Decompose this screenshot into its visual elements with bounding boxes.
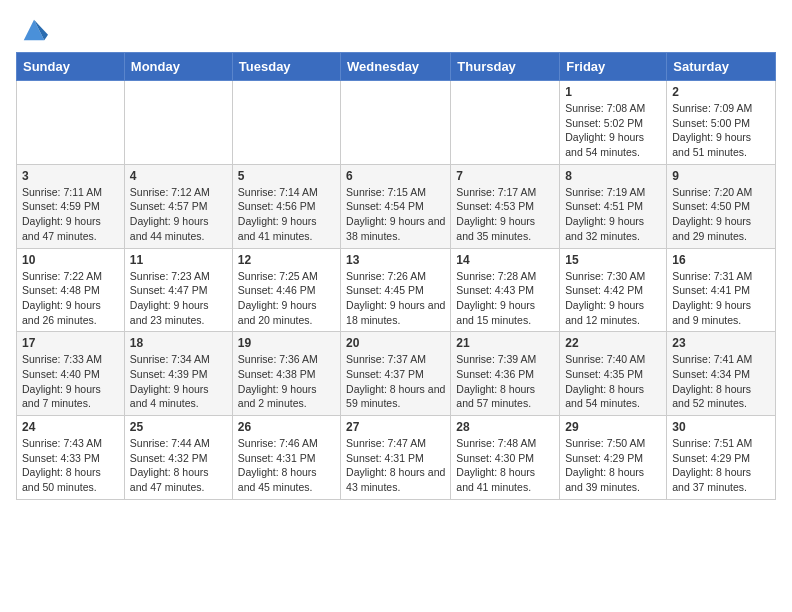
day-number: 8 bbox=[565, 169, 661, 183]
day-number: 6 bbox=[346, 169, 445, 183]
calendar-cell: 6Sunrise: 7:15 AMSunset: 4:54 PMDaylight… bbox=[341, 164, 451, 248]
day-number: 19 bbox=[238, 336, 335, 350]
day-info: Sunrise: 7:30 AMSunset: 4:42 PMDaylight:… bbox=[565, 269, 661, 328]
day-info: Sunrise: 7:09 AMSunset: 5:00 PMDaylight:… bbox=[672, 101, 770, 160]
day-info: Sunrise: 7:25 AMSunset: 4:46 PMDaylight:… bbox=[238, 269, 335, 328]
day-number: 5 bbox=[238, 169, 335, 183]
weekday-header-thursday: Thursday bbox=[451, 53, 560, 81]
day-number: 10 bbox=[22, 253, 119, 267]
day-info: Sunrise: 7:50 AMSunset: 4:29 PMDaylight:… bbox=[565, 436, 661, 495]
day-info: Sunrise: 7:44 AMSunset: 4:32 PMDaylight:… bbox=[130, 436, 227, 495]
weekday-header-wednesday: Wednesday bbox=[341, 53, 451, 81]
calendar-cell: 20Sunrise: 7:37 AMSunset: 4:37 PMDayligh… bbox=[341, 332, 451, 416]
day-info: Sunrise: 7:12 AMSunset: 4:57 PMDaylight:… bbox=[130, 185, 227, 244]
day-number: 25 bbox=[130, 420, 227, 434]
calendar-cell: 26Sunrise: 7:46 AMSunset: 4:31 PMDayligh… bbox=[232, 416, 340, 500]
calendar-week-0: 1Sunrise: 7:08 AMSunset: 5:02 PMDaylight… bbox=[17, 81, 776, 165]
weekday-header-tuesday: Tuesday bbox=[232, 53, 340, 81]
calendar-cell: 16Sunrise: 7:31 AMSunset: 4:41 PMDayligh… bbox=[667, 248, 776, 332]
calendar-cell: 5Sunrise: 7:14 AMSunset: 4:56 PMDaylight… bbox=[232, 164, 340, 248]
day-number: 26 bbox=[238, 420, 335, 434]
day-number: 23 bbox=[672, 336, 770, 350]
calendar-week-2: 10Sunrise: 7:22 AMSunset: 4:48 PMDayligh… bbox=[17, 248, 776, 332]
day-info: Sunrise: 7:33 AMSunset: 4:40 PMDaylight:… bbox=[22, 352, 119, 411]
day-info: Sunrise: 7:22 AMSunset: 4:48 PMDaylight:… bbox=[22, 269, 119, 328]
day-number: 4 bbox=[130, 169, 227, 183]
day-number: 29 bbox=[565, 420, 661, 434]
day-info: Sunrise: 7:14 AMSunset: 4:56 PMDaylight:… bbox=[238, 185, 335, 244]
weekday-header-monday: Monday bbox=[124, 53, 232, 81]
weekday-row: SundayMondayTuesdayWednesdayThursdayFrid… bbox=[17, 53, 776, 81]
day-info: Sunrise: 7:08 AMSunset: 5:02 PMDaylight:… bbox=[565, 101, 661, 160]
calendar-cell: 13Sunrise: 7:26 AMSunset: 4:45 PMDayligh… bbox=[341, 248, 451, 332]
day-number: 13 bbox=[346, 253, 445, 267]
calendar-cell: 15Sunrise: 7:30 AMSunset: 4:42 PMDayligh… bbox=[560, 248, 667, 332]
calendar-cell: 1Sunrise: 7:08 AMSunset: 5:02 PMDaylight… bbox=[560, 81, 667, 165]
calendar-cell: 22Sunrise: 7:40 AMSunset: 4:35 PMDayligh… bbox=[560, 332, 667, 416]
day-info: Sunrise: 7:23 AMSunset: 4:47 PMDaylight:… bbox=[130, 269, 227, 328]
calendar-cell: 17Sunrise: 7:33 AMSunset: 4:40 PMDayligh… bbox=[17, 332, 125, 416]
day-number: 9 bbox=[672, 169, 770, 183]
calendar-cell: 28Sunrise: 7:48 AMSunset: 4:30 PMDayligh… bbox=[451, 416, 560, 500]
day-info: Sunrise: 7:51 AMSunset: 4:29 PMDaylight:… bbox=[672, 436, 770, 495]
calendar-cell: 4Sunrise: 7:12 AMSunset: 4:57 PMDaylight… bbox=[124, 164, 232, 248]
day-number: 17 bbox=[22, 336, 119, 350]
day-number: 28 bbox=[456, 420, 554, 434]
calendar-body: 1Sunrise: 7:08 AMSunset: 5:02 PMDaylight… bbox=[17, 81, 776, 500]
calendar-cell: 24Sunrise: 7:43 AMSunset: 4:33 PMDayligh… bbox=[17, 416, 125, 500]
day-number: 7 bbox=[456, 169, 554, 183]
day-number: 21 bbox=[456, 336, 554, 350]
calendar-cell bbox=[17, 81, 125, 165]
day-info: Sunrise: 7:41 AMSunset: 4:34 PMDaylight:… bbox=[672, 352, 770, 411]
day-info: Sunrise: 7:28 AMSunset: 4:43 PMDaylight:… bbox=[456, 269, 554, 328]
calendar-header: SundayMondayTuesdayWednesdayThursdayFrid… bbox=[17, 53, 776, 81]
weekday-header-saturday: Saturday bbox=[667, 53, 776, 81]
day-info: Sunrise: 7:31 AMSunset: 4:41 PMDaylight:… bbox=[672, 269, 770, 328]
day-number: 30 bbox=[672, 420, 770, 434]
calendar-cell bbox=[124, 81, 232, 165]
day-number: 22 bbox=[565, 336, 661, 350]
day-info: Sunrise: 7:43 AMSunset: 4:33 PMDaylight:… bbox=[22, 436, 119, 495]
calendar-cell: 30Sunrise: 7:51 AMSunset: 4:29 PMDayligh… bbox=[667, 416, 776, 500]
calendar-cell: 14Sunrise: 7:28 AMSunset: 4:43 PMDayligh… bbox=[451, 248, 560, 332]
day-info: Sunrise: 7:20 AMSunset: 4:50 PMDaylight:… bbox=[672, 185, 770, 244]
calendar-cell: 11Sunrise: 7:23 AMSunset: 4:47 PMDayligh… bbox=[124, 248, 232, 332]
weekday-header-sunday: Sunday bbox=[17, 53, 125, 81]
day-info: Sunrise: 7:19 AMSunset: 4:51 PMDaylight:… bbox=[565, 185, 661, 244]
day-number: 14 bbox=[456, 253, 554, 267]
calendar-cell: 19Sunrise: 7:36 AMSunset: 4:38 PMDayligh… bbox=[232, 332, 340, 416]
day-info: Sunrise: 7:15 AMSunset: 4:54 PMDaylight:… bbox=[346, 185, 445, 244]
calendar-week-4: 24Sunrise: 7:43 AMSunset: 4:33 PMDayligh… bbox=[17, 416, 776, 500]
day-info: Sunrise: 7:47 AMSunset: 4:31 PMDaylight:… bbox=[346, 436, 445, 495]
calendar-cell: 9Sunrise: 7:20 AMSunset: 4:50 PMDaylight… bbox=[667, 164, 776, 248]
day-info: Sunrise: 7:11 AMSunset: 4:59 PMDaylight:… bbox=[22, 185, 119, 244]
calendar-cell: 3Sunrise: 7:11 AMSunset: 4:59 PMDaylight… bbox=[17, 164, 125, 248]
calendar-cell: 27Sunrise: 7:47 AMSunset: 4:31 PMDayligh… bbox=[341, 416, 451, 500]
day-info: Sunrise: 7:34 AMSunset: 4:39 PMDaylight:… bbox=[130, 352, 227, 411]
day-number: 20 bbox=[346, 336, 445, 350]
day-info: Sunrise: 7:36 AMSunset: 4:38 PMDaylight:… bbox=[238, 352, 335, 411]
calendar-cell: 12Sunrise: 7:25 AMSunset: 4:46 PMDayligh… bbox=[232, 248, 340, 332]
logo bbox=[16, 16, 48, 44]
day-info: Sunrise: 7:46 AMSunset: 4:31 PMDaylight:… bbox=[238, 436, 335, 495]
day-number: 27 bbox=[346, 420, 445, 434]
calendar-cell bbox=[451, 81, 560, 165]
day-number: 2 bbox=[672, 85, 770, 99]
calendar-cell: 25Sunrise: 7:44 AMSunset: 4:32 PMDayligh… bbox=[124, 416, 232, 500]
calendar-cell bbox=[341, 81, 451, 165]
calendar-week-3: 17Sunrise: 7:33 AMSunset: 4:40 PMDayligh… bbox=[17, 332, 776, 416]
day-number: 16 bbox=[672, 253, 770, 267]
day-info: Sunrise: 7:39 AMSunset: 4:36 PMDaylight:… bbox=[456, 352, 554, 411]
day-info: Sunrise: 7:40 AMSunset: 4:35 PMDaylight:… bbox=[565, 352, 661, 411]
day-number: 15 bbox=[565, 253, 661, 267]
day-info: Sunrise: 7:26 AMSunset: 4:45 PMDaylight:… bbox=[346, 269, 445, 328]
calendar: SundayMondayTuesdayWednesdayThursdayFrid… bbox=[16, 52, 776, 500]
day-info: Sunrise: 7:37 AMSunset: 4:37 PMDaylight:… bbox=[346, 352, 445, 411]
calendar-cell: 2Sunrise: 7:09 AMSunset: 5:00 PMDaylight… bbox=[667, 81, 776, 165]
calendar-cell: 10Sunrise: 7:22 AMSunset: 4:48 PMDayligh… bbox=[17, 248, 125, 332]
calendar-cell: 7Sunrise: 7:17 AMSunset: 4:53 PMDaylight… bbox=[451, 164, 560, 248]
day-info: Sunrise: 7:17 AMSunset: 4:53 PMDaylight:… bbox=[456, 185, 554, 244]
weekday-header-friday: Friday bbox=[560, 53, 667, 81]
day-number: 12 bbox=[238, 253, 335, 267]
day-number: 18 bbox=[130, 336, 227, 350]
